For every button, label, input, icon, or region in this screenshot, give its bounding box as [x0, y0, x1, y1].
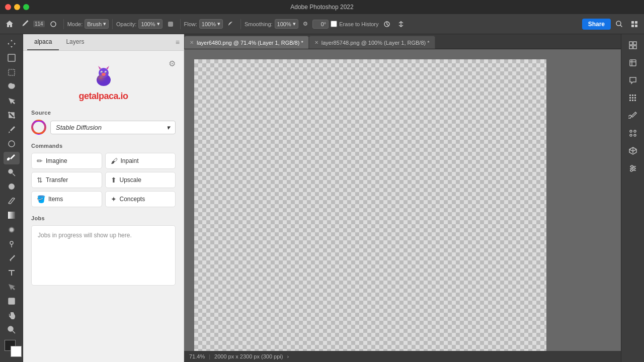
concepts-button[interactable]: ✦ Concepts: [105, 191, 176, 207]
color-swatch-container[interactable]: [5, 340, 19, 354]
settings-gear-icon[interactable]: ⚙: [169, 59, 176, 68]
svg-point-25: [105, 72, 106, 73]
imagine-button[interactable]: ✏ Imagine: [31, 153, 102, 169]
svg-rect-43: [634, 100, 636, 101]
object-select-tool[interactable]: [4, 95, 20, 107]
jobs-box: Jobs in progress will show up here.: [31, 225, 176, 286]
alpaca-sidebar: alpaca Layers ≡: [23, 34, 184, 362]
path-select-tool[interactable]: [4, 281, 20, 293]
smoothing-settings-icon[interactable]: ⚙: [300, 19, 310, 29]
brush-preset-button[interactable]: [47, 19, 60, 30]
brush-angle-icon[interactable]: [381, 19, 393, 29]
properties-icon[interactable]: [625, 55, 641, 71]
close-button[interactable]: [5, 4, 11, 10]
artboard-tool[interactable]: [4, 51, 20, 64]
angle-dropdown[interactable]: 0°: [312, 20, 329, 29]
separator-2: [112, 19, 113, 29]
search-icon[interactable]: [613, 19, 626, 30]
alpaca-header: getalpaca.io ⚙: [31, 57, 176, 110]
erase-history-checkbox[interactable]: [331, 21, 337, 27]
canvas-area[interactable]: [184, 49, 621, 351]
minimize-button[interactable]: [14, 4, 20, 10]
3d-icon[interactable]: [625, 143, 641, 159]
hand-tool[interactable]: [4, 309, 20, 322]
home-button[interactable]: [3, 19, 16, 30]
sidebar-options-icon[interactable]: ≡: [176, 34, 180, 50]
smoothing-dropdown[interactable]: 100% ▾: [275, 19, 298, 29]
type-tool[interactable]: [4, 266, 20, 279]
jobs-empty-text: Jobs in progress will show up here.: [38, 232, 132, 239]
brush-tool[interactable]: [4, 152, 20, 164]
arrange-icon[interactable]: [628, 19, 641, 30]
symmetry-icon[interactable]: [395, 19, 407, 29]
brush-settings-icon[interactable]: [625, 108, 641, 124]
concepts-label: Concepts: [120, 196, 145, 203]
svg-rect-8: [8, 54, 15, 61]
adjust-icon[interactable]: [625, 160, 641, 176]
pen-tool[interactable]: [4, 252, 20, 264]
background-color[interactable]: [11, 346, 22, 357]
canvas-dimensions: 2000 px x 2300 px (300 ppi): [214, 353, 283, 359]
status-separator: |: [209, 353, 210, 359]
mode-dropdown[interactable]: Brush ▾: [85, 19, 109, 29]
eyedropper-tool[interactable]: [4, 123, 20, 136]
concepts-icon: ✦: [111, 195, 117, 203]
tab-alpaca[interactable]: alpaca: [27, 34, 59, 50]
svg-point-15: [10, 241, 13, 244]
source-section-label: Source: [31, 110, 176, 116]
separator-3: [180, 19, 181, 29]
history-brush-tool[interactable]: [4, 180, 20, 193]
tab-close-1[interactable]: ✕: [314, 40, 318, 45]
tab-layers[interactable]: Layers: [59, 34, 91, 50]
alpaca-content: getalpaca.io ⚙ Source Stable Diffusion ▾…: [23, 51, 184, 362]
source-value: Stable Diffusion: [56, 124, 102, 131]
tab-close-0[interactable]: ✕: [190, 40, 194, 45]
svg-rect-37: [634, 95, 636, 96]
gradient-tool[interactable]: [4, 209, 20, 222]
clone-stamp-tool[interactable]: [4, 166, 20, 178]
source-dropdown[interactable]: Stable Diffusion ▾: [50, 121, 176, 134]
brush-size-badge: 114: [33, 21, 45, 27]
zoom-tool[interactable]: [4, 323, 20, 336]
transfer-button[interactable]: ⇅ Transfer: [31, 172, 102, 188]
opacity-icon[interactable]: [165, 19, 177, 29]
brush-tool-icon[interactable]: [18, 19, 31, 30]
crop-tool[interactable]: [4, 109, 20, 121]
chat-icon[interactable]: [625, 72, 641, 88]
library-icon[interactable]: [625, 37, 641, 53]
svg-point-53: [630, 169, 632, 171]
svg-rect-39: [632, 97, 633, 99]
alpaca-brand-text: getalpaca.io: [78, 91, 128, 102]
eraser-tool[interactable]: [4, 195, 20, 207]
shape-tool[interactable]: [4, 295, 20, 307]
svg-rect-29: [633, 42, 636, 45]
svg-rect-35: [629, 95, 631, 96]
marquee-tool[interactable]: [4, 66, 20, 78]
document-tabs: ✕ layer6480.png @ 71.4% (Layer 1, RGB/8)…: [184, 34, 621, 49]
blur-tool[interactable]: [4, 223, 20, 236]
doc-tab-0[interactable]: ✕ layer6480.png @ 71.4% (Layer 1, RGB/8)…: [184, 36, 309, 49]
commands-section-label: Commands: [31, 143, 176, 149]
upscale-button[interactable]: ⬆ Upscale: [105, 172, 176, 188]
top-toolbar: 114 Mode: Brush ▾ Opacity: 100% ▾ Flow: …: [0, 14, 644, 34]
opacity-dropdown[interactable]: 100% ▾: [138, 19, 162, 29]
transfer-label: Transfer: [46, 176, 68, 184]
doc-tab-1[interactable]: ✕ layer85748.png @ 100% (Layer 1, RGB/8)…: [309, 36, 435, 49]
dodge-tool[interactable]: [4, 238, 20, 250]
heal-tool[interactable]: [4, 137, 20, 150]
maximize-button[interactable]: [23, 4, 29, 10]
svg-point-0: [51, 22, 56, 27]
chevron-right-icon[interactable]: ›: [287, 353, 289, 359]
grid-icon[interactable]: [625, 90, 641, 106]
svg-rect-32: [630, 60, 636, 66]
share-button[interactable]: Share: [582, 19, 611, 30]
svg-rect-30: [629, 46, 632, 49]
items-label: Items: [48, 196, 63, 203]
move-tool[interactable]: [4, 37, 20, 50]
lasso-tool[interactable]: [4, 80, 20, 93]
flow-dropdown[interactable]: 100% ▾: [199, 19, 223, 29]
pattern-icon[interactable]: [625, 125, 641, 141]
items-button[interactable]: 🪣 Items: [31, 191, 102, 207]
inpaint-button[interactable]: 🖌 Inpaint: [105, 153, 176, 169]
airbrush-icon[interactable]: [225, 19, 237, 29]
